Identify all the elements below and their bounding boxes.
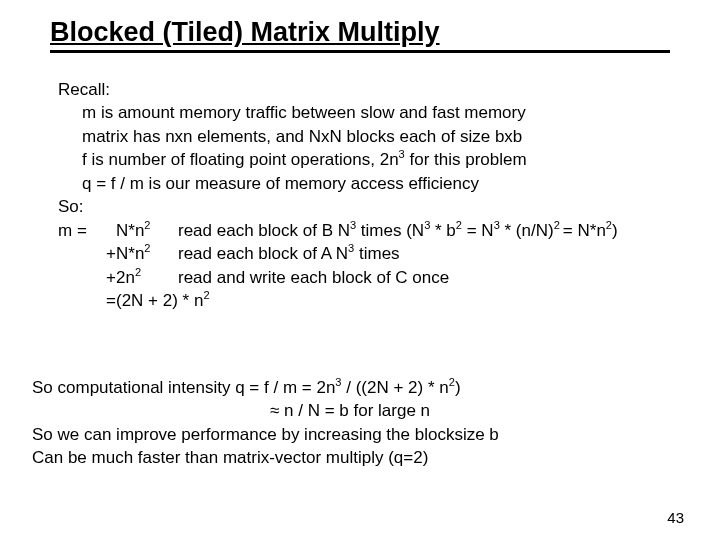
text: ) [612, 221, 618, 240]
desc: read each block of B N3 times (N3 * b2 =… [178, 221, 618, 240]
text: So computational intensity q = f / m = 2… [32, 378, 335, 397]
m-line-3: + 2n2read and write each block of C once [58, 266, 680, 289]
text: read each block of B N [178, 221, 350, 240]
exp: 2 [203, 289, 209, 301]
improve-line: So we can improve performance by increas… [32, 423, 688, 446]
desc: read each block of A N3 times [178, 244, 400, 263]
term: 2n2 [116, 266, 178, 289]
exp: 2 [144, 219, 150, 231]
text: (2N + 2) * n [116, 291, 203, 310]
text: times (N [356, 221, 424, 240]
op: = [106, 289, 116, 312]
m-line-2: + N*n2read each block of A N3 times [58, 242, 680, 265]
faster-line: Can be much faster than matrix-vector mu… [32, 446, 688, 469]
exp: 2 [135, 266, 141, 278]
recall-item: m is amount memory traffic between slow … [58, 101, 680, 124]
comp-intensity-line: So computational intensity q = f / m = 2… [32, 376, 688, 399]
text: f is number of floating point operations… [82, 150, 399, 169]
term: N*n2 [116, 242, 178, 265]
text: = N*n [563, 221, 606, 240]
exp: 2 [554, 219, 563, 231]
exp: 2 [144, 243, 150, 255]
text: ) [455, 378, 461, 397]
text: / ((2N + 2) * n [342, 378, 449, 397]
text: times [354, 244, 399, 263]
text: for this problem [405, 150, 527, 169]
text: * b [430, 221, 456, 240]
recall-item-q: q = f / m is our measure of memory acces… [58, 172, 680, 195]
slide: Blocked (Tiled) Matrix Multiply Recall: … [0, 0, 720, 540]
title-rule: Blocked (Tiled) Matrix Multiply [50, 18, 670, 53]
page-number: 43 [667, 509, 684, 526]
recall-item-f: f is number of floating point operations… [58, 148, 680, 171]
term: N*n2 [116, 219, 178, 242]
body-block: Recall: m is amount memory traffic betwe… [58, 78, 680, 313]
approx-line: ≈ n / N = b for large n [32, 399, 688, 422]
lower-block: So computational intensity q = f / m = 2… [32, 376, 688, 470]
text: N*n [116, 221, 144, 240]
op: + [106, 266, 116, 289]
recall-item: matrix has nxn elements, and NxN blocks … [58, 125, 680, 148]
recall-label: Recall: [58, 78, 680, 101]
text: * (n/N) [500, 221, 554, 240]
text: read each block of A N [178, 244, 348, 263]
so-label: So: [58, 195, 680, 218]
m-line-1: m = N*n2read each block of B N3 times (N… [58, 219, 680, 242]
op: m = [58, 219, 116, 242]
text: = N [462, 221, 494, 240]
m-line-4: = (2N + 2) * n2 [58, 289, 680, 312]
desc: read and write each block of C once [178, 268, 449, 287]
text: N*n [116, 244, 144, 263]
text: 2n [116, 268, 135, 287]
op: + [106, 242, 116, 265]
term: (2N + 2) * n2 [116, 291, 210, 310]
slide-title: Blocked (Tiled) Matrix Multiply [50, 17, 440, 47]
